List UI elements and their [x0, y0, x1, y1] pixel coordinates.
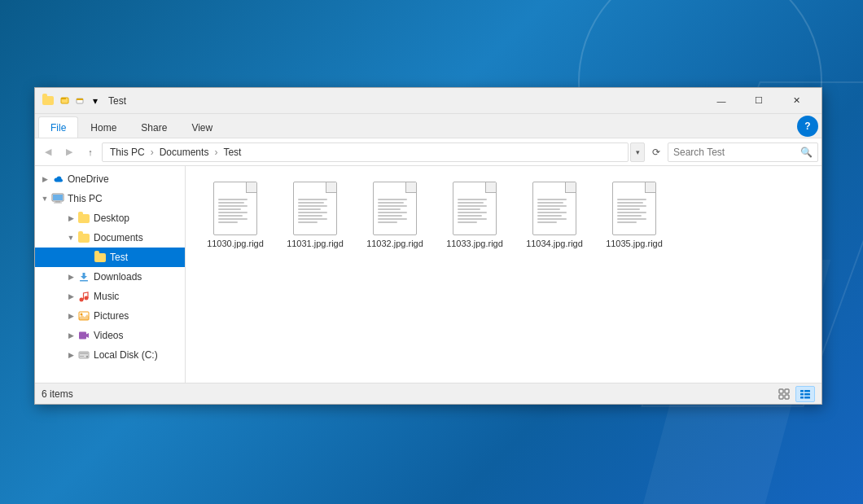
expand-documents: ▼: [64, 231, 77, 244]
tab-home[interactable]: Home: [78, 116, 129, 138]
svg-rect-22: [800, 390, 804, 392]
thispc-label: This PC: [68, 193, 103, 204]
view-details-button[interactable]: [795, 386, 815, 402]
forward-button[interactable]: ▶: [59, 142, 79, 162]
quick-access-expand[interactable]: ▾: [89, 94, 102, 107]
file-item-3[interactable]: 11033.jpg.rigd: [438, 176, 511, 252]
svg-rect-25: [804, 393, 810, 396]
svg-rect-26: [800, 397, 804, 399]
path-sep-1: ›: [151, 147, 154, 158]
svg-rect-1: [61, 98, 66, 99]
quick-access-properties[interactable]: [59, 94, 72, 107]
refresh-button[interactable]: ⟳: [646, 142, 666, 162]
ribbon-tabs: File Home Share View ?: [35, 114, 821, 138]
svg-rect-19: [785, 389, 789, 393]
nav-item-downloads[interactable]: ▶ Downloads: [35, 267, 185, 287]
nav-item-pictures[interactable]: ▶ Pictures: [35, 306, 185, 326]
documents-label: Documents: [94, 232, 143, 243]
nav-item-desktop[interactable]: ▶ Desktop: [35, 208, 185, 228]
svg-rect-17: [80, 356, 84, 357]
path-sep-2: ›: [214, 147, 217, 158]
nav-item-localdisk[interactable]: ▶ Local Disk (C:): [35, 345, 185, 365]
nav-item-thispc[interactable]: ▼ This PC: [35, 189, 185, 208]
nav-item-test[interactable]: Test: [35, 248, 185, 267]
main-area: ▶ OneDrive ▼: [35, 166, 821, 383]
svg-rect-5: [53, 195, 63, 200]
address-path[interactable]: This PC › Documents › Test: [102, 142, 629, 162]
search-input[interactable]: [673, 147, 800, 158]
file-name-0: 11030.jpg.rigd: [207, 238, 264, 249]
file-name-3: 11033.jpg.rigd: [446, 238, 503, 249]
path-documents[interactable]: Documents: [157, 146, 212, 159]
file-name-4: 11034.jpg.rigd: [526, 238, 583, 249]
file-icon-0: [211, 179, 260, 238]
tab-file[interactable]: File: [38, 116, 78, 138]
maximize-button[interactable]: ☐: [740, 88, 778, 114]
onedrive-label: OneDrive: [68, 173, 109, 185]
file-name-5: 11035.jpg.rigd: [606, 238, 663, 249]
path-parts: This PC › Documents › Test: [107, 146, 243, 159]
up-button[interactable]: ↑: [81, 142, 100, 162]
path-test[interactable]: Test: [221, 146, 243, 159]
status-bar: 6 items: [35, 383, 821, 404]
pictures-icon: [77, 309, 90, 322]
file-item-4[interactable]: 11034.jpg.rigd: [518, 176, 591, 252]
view-buttons: [774, 386, 815, 402]
svg-rect-21: [785, 395, 789, 399]
nav-item-onedrive[interactable]: ▶ OneDrive: [35, 169, 185, 189]
nav-pane: ▶ OneDrive ▼: [35, 166, 186, 383]
expand-test: [81, 251, 94, 264]
test-icon: [94, 251, 107, 264]
expand-thispc: ▼: [38, 192, 51, 205]
file-name-1: 11031.jpg.rigd: [287, 238, 344, 249]
svg-rect-23: [804, 390, 810, 392]
onedrive-icon: [51, 173, 64, 186]
svg-rect-7: [54, 203, 62, 204]
file-icon-4: [530, 179, 579, 238]
back-button[interactable]: ◀: [38, 142, 58, 162]
path-thispc[interactable]: This PC: [107, 146, 147, 159]
downloads-label: Downloads: [94, 271, 142, 283]
svg-point-9: [80, 298, 84, 302]
expand-music: ▶: [64, 290, 77, 303]
svg-rect-8: [80, 280, 88, 282]
svg-rect-6: [55, 201, 60, 203]
search-box[interactable]: 🔍: [668, 142, 818, 162]
file-item-1[interactable]: 11031.jpg.rigd: [278, 176, 352, 252]
thispc-icon: [51, 192, 64, 205]
close-button[interactable]: ✕: [778, 88, 815, 114]
quick-access-toolbar: ▾: [59, 94, 102, 107]
file-item-0[interactable]: 11030.jpg.rigd: [199, 176, 272, 252]
minimize-button[interactable]: —: [703, 88, 740, 114]
svg-rect-24: [800, 393, 804, 396]
help-button[interactable]: ?: [797, 116, 818, 137]
file-item-5[interactable]: 11035.jpg.rigd: [598, 176, 671, 252]
title-bar-folder-icon: [42, 94, 55, 107]
window-title: Test: [108, 95, 703, 107]
expand-desktop: ▶: [64, 212, 77, 225]
nav-item-documents[interactable]: ▼ Documents: [35, 228, 185, 248]
test-label: Test: [110, 252, 128, 263]
desktop-icon: [77, 212, 90, 225]
nav-item-music[interactable]: ▶ Music: [35, 287, 185, 306]
address-dropdown[interactable]: ▾: [630, 142, 645, 162]
quick-access-undo[interactable]: [74, 94, 87, 107]
music-icon: [77, 290, 90, 303]
tab-view[interactable]: View: [179, 116, 225, 138]
svg-rect-18: [779, 389, 783, 393]
tab-share[interactable]: Share: [129, 116, 179, 138]
music-label: Music: [94, 291, 119, 302]
videos-icon: [77, 329, 90, 342]
item-count: 6 items: [42, 388, 774, 400]
file-item-2[interactable]: 11032.jpg.rigd: [358, 176, 432, 252]
file-icon-2: [370, 179, 419, 238]
file-icon-3: [450, 179, 499, 238]
svg-rect-13: [79, 332, 86, 340]
view-large-icons-button[interactable]: [774, 386, 794, 402]
documents-icon: [77, 231, 90, 244]
nav-item-videos[interactable]: ▶ Videos: [35, 326, 185, 345]
content-pane: 11030.jpg.rigd: [186, 166, 821, 383]
desktop-label: Desktop: [94, 213, 129, 224]
search-icon[interactable]: 🔍: [800, 147, 813, 158]
file-icon-5: [610, 179, 659, 238]
